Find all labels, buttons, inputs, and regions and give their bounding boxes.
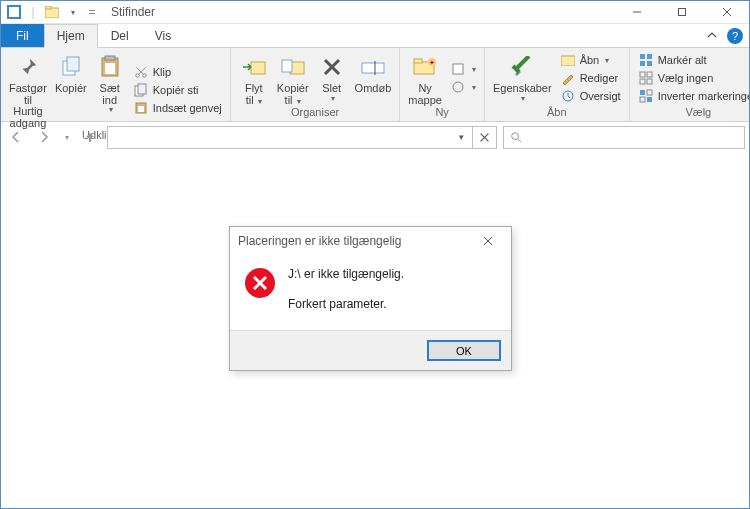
minimize-button[interactable] <box>614 1 659 23</box>
svg-point-50 <box>512 133 519 140</box>
easy-access-icon <box>450 79 466 95</box>
qat-overflow[interactable]: = <box>83 3 101 21</box>
group-select-label: Vælg <box>630 106 750 121</box>
dialog-close-button[interactable] <box>473 230 503 252</box>
dialog-line2: Forkert parameter. <box>288 297 404 313</box>
svg-rect-26 <box>362 63 384 73</box>
svg-rect-40 <box>640 72 645 77</box>
tab-file[interactable]: Fil <box>1 24 44 47</box>
app-icon <box>5 3 23 21</box>
svg-rect-39 <box>647 61 652 66</box>
pin-label1: Fastgør til <box>9 83 47 106</box>
window-controls <box>614 1 749 23</box>
svg-rect-11 <box>105 56 115 60</box>
tab-view[interactable]: Vis <box>142 24 184 47</box>
delete-icon <box>317 52 347 82</box>
copy-to-button[interactable]: Kopiér til ▾ <box>273 50 313 106</box>
svg-rect-18 <box>138 84 146 94</box>
move-to-button[interactable]: Flyt til ▾ <box>235 50 273 106</box>
copy-to-icon <box>278 52 308 82</box>
svg-rect-3 <box>45 6 51 9</box>
search-box[interactable] <box>503 126 745 149</box>
scissors-icon <box>133 64 149 80</box>
copy-path-icon <box>133 82 149 98</box>
tab-share[interactable]: Del <box>98 24 142 47</box>
recent-locations-button[interactable]: ▾ <box>61 126 73 148</box>
paste-shortcut-label: Indsæt genvej <box>153 102 222 114</box>
copyto-drop-icon: ▾ <box>295 97 301 106</box>
address-dropdown-icon[interactable]: ▾ <box>452 132 472 142</box>
svg-line-51 <box>518 139 521 142</box>
group-clipboard: Fastgør til Hurtig adgang Kopiér Sæt ind… <box>1 48 231 121</box>
title-bar: | ▾ = Stifinder <box>1 1 749 24</box>
pin-to-quick-access-button[interactable]: Fastgør til Hurtig adgang <box>5 50 51 129</box>
open-icon <box>560 52 576 68</box>
delete-button[interactable]: Slet ▾ <box>313 50 351 106</box>
select-none-button[interactable]: Vælg ingen <box>638 69 750 87</box>
properties-icon <box>507 52 537 82</box>
rename-icon <box>358 52 388 82</box>
easy-access-button[interactable]: ▾ <box>450 78 476 96</box>
history-small-button[interactable]: Oversigt <box>560 87 621 105</box>
svg-rect-37 <box>647 54 652 59</box>
back-button[interactable] <box>5 126 27 148</box>
svg-rect-43 <box>647 79 652 84</box>
refresh-button[interactable] <box>472 126 496 149</box>
rename-button[interactable]: Omdøb <box>351 50 396 106</box>
invert-selection-label: Inverter markeringen <box>658 90 750 102</box>
svg-rect-20 <box>138 106 144 112</box>
invert-selection-button[interactable]: Inverter markeringen <box>638 87 750 105</box>
svg-rect-41 <box>647 72 652 77</box>
svg-rect-46 <box>640 97 645 102</box>
pin-icon <box>13 52 43 82</box>
copy-label: Kopiér <box>55 83 87 95</box>
paste-label1: Sæt <box>100 83 120 95</box>
cut-button[interactable]: Klip <box>133 63 222 81</box>
paste-shortcut-button[interactable]: Indsæt genvej <box>133 99 222 117</box>
properties-drop-icon: ▾ <box>521 95 525 103</box>
tab-home[interactable]: Hjem <box>44 24 98 48</box>
svg-rect-47 <box>647 97 652 102</box>
moveto-drop-icon: ▾ <box>256 97 262 106</box>
address-bar[interactable]: ▾ <box>107 126 497 149</box>
rename-label: Omdøb <box>355 83 392 95</box>
edit-label: Rediger <box>580 72 619 84</box>
open-label: Åbn <box>580 54 600 66</box>
copy-button[interactable]: Kopiér <box>51 50 91 129</box>
group-open: Egenskaber ▾ Åbn ▾ Rediger Oversigt <box>485 48 630 121</box>
maximize-button[interactable] <box>659 1 704 23</box>
svg-rect-42 <box>640 79 645 84</box>
properties-label: Egenskaber <box>493 83 552 95</box>
copyto-l2: til <box>285 94 293 106</box>
copy-path-label: Kopiér sti <box>153 84 199 96</box>
forward-button[interactable] <box>33 126 55 148</box>
copy-path-button[interactable]: Kopiér sti <box>133 81 222 99</box>
open-small-button[interactable]: Åbn ▾ <box>560 51 621 69</box>
paste-button[interactable]: Sæt ind ▾ <box>91 50 129 129</box>
svg-rect-38 <box>640 61 645 66</box>
group-select: Markér alt Vælg ingen Inverter markering… <box>630 48 750 121</box>
select-all-button[interactable]: Markér alt <box>638 51 750 69</box>
dialog-title: Placeringen er ikke tilgængelig <box>238 234 401 248</box>
qat-folder-icon[interactable] <box>43 3 61 21</box>
svg-rect-5 <box>678 9 685 16</box>
svg-rect-9 <box>67 57 79 71</box>
properties-button[interactable]: Egenskaber ▾ <box>489 50 556 106</box>
collapse-ribbon-button[interactable] <box>703 27 721 45</box>
group-new: ✦ Ny mappe ▾ ▾ Ny <box>400 48 485 121</box>
edit-icon <box>560 70 576 86</box>
qat-dropdown-icon[interactable]: ▾ <box>64 3 82 21</box>
svg-text:✦: ✦ <box>429 59 435 66</box>
edit-small-button[interactable]: Rediger <box>560 69 621 87</box>
close-button[interactable] <box>704 1 749 23</box>
ok-button[interactable]: OK <box>427 340 501 361</box>
new-folder-button[interactable]: ✦ Ny mappe <box>404 50 446 106</box>
open-drop-icon: ▾ <box>605 56 609 65</box>
ribbon: Fastgør til Hurtig adgang Kopiér Sæt ind… <box>1 48 749 122</box>
new-item-button[interactable]: ▾ <box>450 60 476 78</box>
quick-access-toolbar: | ▾ = <box>1 3 101 21</box>
paste-icon <box>95 52 125 82</box>
copy-icon <box>56 52 86 82</box>
help-button[interactable]: ? <box>727 28 743 44</box>
up-button[interactable] <box>79 126 101 148</box>
